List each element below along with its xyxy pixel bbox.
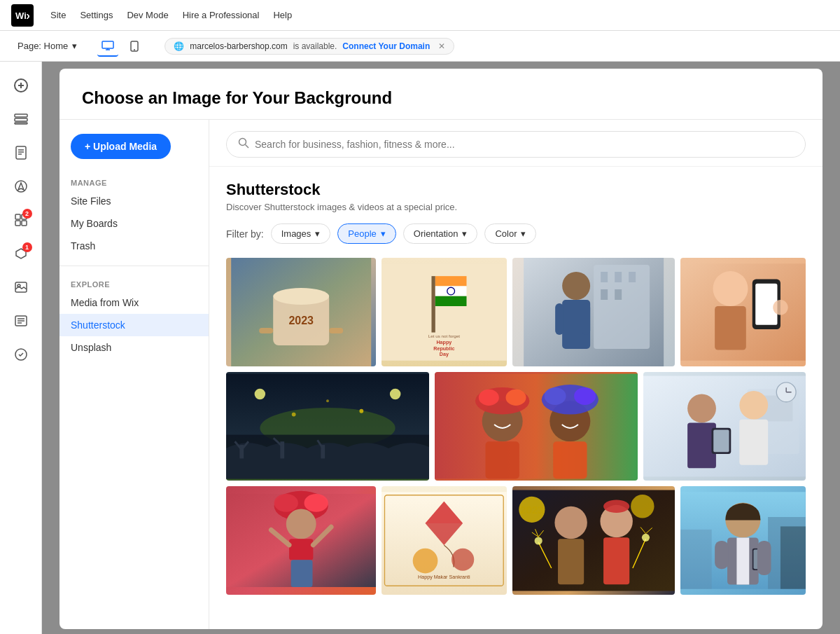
trash-nav[interactable]: Trash bbox=[59, 235, 209, 257]
filter-orientation-chevron: ▾ bbox=[462, 228, 467, 239]
second-bar: Page: Home ▾ 🌐 marcelos-barbershop.com i… bbox=[0, 31, 840, 62]
svg-point-126 bbox=[603, 499, 629, 513]
connect-domain-link[interactable]: Connect Your Domain bbox=[342, 41, 430, 51]
filter-images-label: Images bbox=[281, 228, 312, 239]
image-item[interactable]: Happy Makar Sankranti bbox=[382, 486, 507, 595]
svg-point-93 bbox=[776, 383, 796, 402]
svg-text:2023: 2023 bbox=[520, 504, 543, 516]
svg-rect-60 bbox=[715, 306, 746, 350]
design-icon[interactable] bbox=[6, 171, 36, 202]
shutterstock-title: Shutterstock bbox=[226, 181, 806, 199]
svg-point-78 bbox=[359, 409, 363, 413]
filter-orientation-btn[interactable]: Orientation ▾ bbox=[403, 223, 478, 244]
image-item[interactable] bbox=[512, 258, 675, 366]
upload-media-button[interactable]: + Upload Media bbox=[71, 134, 171, 159]
image-row-3: Happy Makar Sankranti bbox=[226, 486, 806, 595]
svg-rect-20 bbox=[22, 221, 27, 226]
apps-badge: 2 bbox=[22, 209, 32, 219]
menu-devmode[interactable]: Dev Mode bbox=[127, 10, 168, 20]
filter-people-label: People bbox=[348, 228, 376, 239]
add-section-icon[interactable] bbox=[6, 70, 36, 101]
image-item[interactable] bbox=[435, 372, 638, 481]
image-item[interactable] bbox=[226, 486, 376, 595]
menu-settings[interactable]: Settings bbox=[80, 10, 113, 20]
svg-rect-36 bbox=[329, 328, 343, 333]
filter-people-btn[interactable]: People ▾ bbox=[337, 223, 396, 244]
svg-point-33 bbox=[273, 288, 329, 305]
svg-point-76 bbox=[292, 413, 296, 417]
svg-point-83 bbox=[506, 390, 526, 406]
svg-point-128 bbox=[535, 537, 542, 544]
svg-rect-9 bbox=[15, 114, 27, 117]
explore-section-label: EXPLORE bbox=[59, 275, 209, 291]
svg-point-98 bbox=[687, 394, 716, 423]
svg-rect-53 bbox=[615, 289, 622, 300]
menu-site[interactable]: Site bbox=[50, 10, 66, 20]
modal-overlay: Choose an Image for Your Background + Up… bbox=[42, 62, 840, 634]
store-icon[interactable] bbox=[6, 339, 36, 370]
svg-point-120 bbox=[631, 495, 654, 518]
svg-text:Happy Makar Sankranti: Happy Makar Sankranti bbox=[419, 574, 471, 580]
svg-rect-12 bbox=[16, 146, 26, 159]
svg-rect-38 bbox=[432, 276, 435, 332]
image-item[interactable]: 2023 bbox=[512, 486, 675, 595]
search-icon bbox=[238, 137, 249, 151]
image-item[interactable]: Let us not forget Happy Republic Day bbox=[382, 258, 507, 366]
components-icon[interactable]: 1 bbox=[6, 238, 36, 269]
svg-line-30 bbox=[246, 145, 249, 149]
media-from-wix-nav[interactable]: Media from Wix bbox=[59, 291, 209, 314]
site-files-nav[interactable]: Site Files bbox=[59, 190, 209, 212]
image-picker-modal: Choose an Image for Your Background + Up… bbox=[59, 69, 822, 629]
search-bar-wrapper bbox=[209, 120, 822, 167]
svg-rect-107 bbox=[289, 539, 313, 560]
svg-text:Let us not forget: Let us not forget bbox=[428, 333, 460, 338]
svg-text:Republic: Republic bbox=[434, 346, 455, 352]
filter-color-chevron: ▾ bbox=[521, 228, 526, 239]
chevron-down-icon: ▾ bbox=[72, 41, 77, 51]
shutterstock-header: Shutterstock Discover Shutterstock image… bbox=[226, 181, 806, 212]
components-badge: 1 bbox=[22, 242, 32, 252]
filter-color-btn[interactable]: Color ▾ bbox=[484, 223, 536, 244]
svg-rect-41 bbox=[435, 296, 467, 306]
blog-icon[interactable] bbox=[6, 305, 36, 336]
svg-point-82 bbox=[479, 390, 499, 406]
menu-hire[interactable]: Hire a Professional bbox=[183, 10, 260, 20]
image-item[interactable] bbox=[680, 258, 806, 366]
unsplash-nav[interactable]: Unsplash bbox=[59, 336, 209, 359]
page-selector[interactable]: Page: Home ▾ bbox=[11, 37, 83, 55]
svg-rect-142 bbox=[737, 537, 750, 584]
svg-rect-10 bbox=[15, 118, 27, 121]
apps-marketplace-icon[interactable]: 2 bbox=[6, 205, 36, 235]
modal-main-content: Shutterstock Discover Shutterstock image… bbox=[209, 120, 822, 629]
sections-icon[interactable] bbox=[6, 104, 36, 135]
media-sidebar-icon[interactable] bbox=[6, 272, 36, 303]
shutterstock-nav[interactable]: Shutterstock bbox=[59, 314, 209, 336]
svg-rect-84 bbox=[486, 441, 519, 478]
pages-icon[interactable] bbox=[6, 137, 36, 168]
image-row-1: 2023 bbox=[226, 258, 806, 366]
svg-rect-146 bbox=[757, 541, 771, 575]
svg-point-115 bbox=[413, 549, 438, 574]
close-domain-icon[interactable]: ✕ bbox=[438, 41, 445, 51]
mobile-icon[interactable] bbox=[124, 36, 145, 57]
svg-rect-56 bbox=[555, 303, 564, 335]
globe-icon: 🌐 bbox=[174, 41, 184, 51]
my-boards-nav[interactable]: My Boards bbox=[59, 212, 209, 235]
svg-point-29 bbox=[239, 139, 246, 146]
menu-help[interactable]: Help bbox=[273, 10, 292, 20]
filter-orientation-label: Orientation bbox=[414, 228, 458, 239]
search-input[interactable] bbox=[255, 139, 794, 150]
manage-section-label: MANAGE bbox=[59, 173, 209, 190]
image-item[interactable] bbox=[226, 372, 429, 481]
svg-rect-35 bbox=[259, 328, 273, 333]
desktop-icon[interactable] bbox=[97, 36, 118, 57]
image-item[interactable] bbox=[680, 486, 806, 595]
modal-body: + Upload Media MANAGE Site Files My Boar… bbox=[59, 120, 822, 629]
image-item[interactable] bbox=[643, 372, 806, 481]
modal-sidebar: + Upload Media MANAGE Site Files My Boar… bbox=[59, 120, 209, 629]
filter-images-btn[interactable]: Images ▾ bbox=[271, 223, 331, 244]
svg-rect-145 bbox=[715, 541, 729, 569]
image-item[interactable]: 2023 bbox=[226, 258, 376, 366]
modal-header: Choose an Image for Your Background bbox=[59, 69, 822, 120]
svg-point-88 bbox=[574, 387, 596, 405]
